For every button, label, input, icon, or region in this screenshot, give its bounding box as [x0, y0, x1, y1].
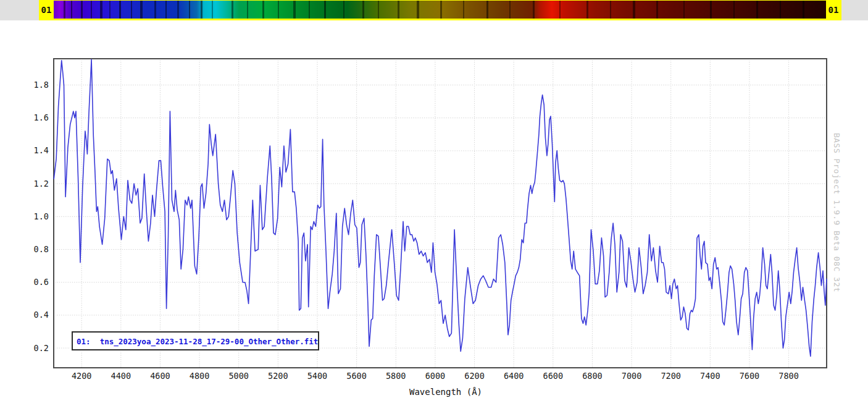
y-tick-label: 1.4 [34, 145, 49, 155]
x-axis-tick-labels: 4200440046004800500052005400560058006000… [72, 371, 799, 381]
x-tick-label: 5000 [228, 371, 249, 381]
x-tick-label: 7200 [661, 371, 681, 381]
x-tick-label: 7400 [700, 371, 720, 381]
x-tick-label: 5600 [346, 371, 367, 381]
y-tick-label: 0.2 [34, 343, 49, 353]
watermark: BASS Project 1.9.9 Beta 08C 32t [832, 133, 841, 292]
legend-box[interactable]: 01: tns_2023yoa_2023-11-28_17-29-00_Othe… [72, 332, 319, 350]
y-tick-label: 1.0 [34, 211, 49, 221]
grid [54, 59, 827, 368]
x-tick-label: 7800 [778, 371, 799, 381]
x-tick-label: 4800 [190, 371, 210, 381]
x-tick-label: 6000 [425, 371, 446, 381]
spectrum-trace[interactable] [54, 59, 827, 356]
x-tick-label: 5800 [386, 371, 406, 381]
x-tick-label: 5200 [268, 371, 288, 381]
x-tick-label: 4600 [150, 371, 170, 381]
x-tick-label: 6200 [464, 371, 485, 381]
x-tick-label: 5400 [307, 371, 328, 381]
x-tick-label: 7600 [740, 371, 760, 381]
legend-label: 01: tns_2023yoa_2023-11-28_17-29-00_Othe… [77, 337, 318, 347]
x-tick-label: 6400 [504, 371, 524, 381]
y-tick-label: 1.2 [34, 179, 49, 189]
y-tick-label: 1.6 [34, 112, 49, 122]
x-tick-label: 6600 [543, 371, 564, 381]
x-tick-label: 4200 [72, 371, 92, 381]
y-tick-label: 1.8 [34, 80, 49, 90]
y-tick-label: 0.6 [34, 277, 49, 287]
y-axis-tick-labels: 0.20.40.60.81.01.21.41.61.8 [34, 80, 49, 353]
y-tick-label: 0.8 [34, 244, 49, 254]
x-tick-label: 7000 [622, 371, 642, 381]
app-window: 01 01 4200440046004800500052005400560058… [0, 0, 868, 403]
x-tick-label: 4400 [111, 371, 131, 381]
x-axis-title: Wavelength (Å) [409, 387, 482, 397]
plot-area[interactable] [54, 59, 827, 368]
x-tick-label: 6800 [582, 371, 603, 381]
y-tick-label: 0.4 [34, 310, 49, 320]
spectrum-chart: 4200440046004800500052005400560058006000… [0, 0, 868, 403]
